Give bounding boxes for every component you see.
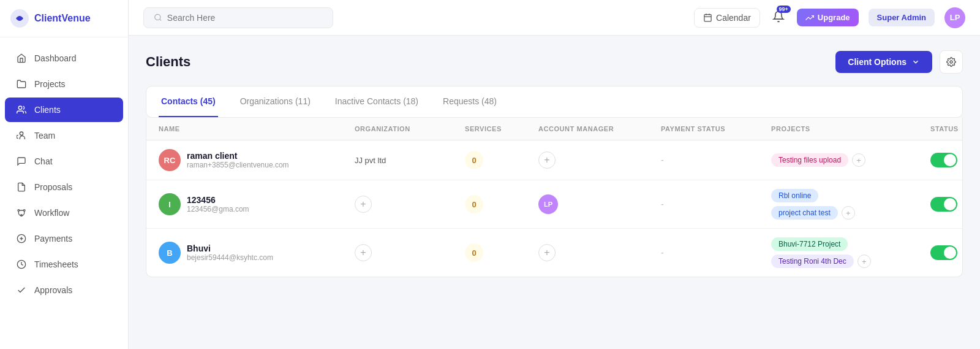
- sidebar-item-clients[interactable]: Clients: [5, 98, 123, 122]
- project-tag: Testing files upload: [771, 153, 848, 167]
- clock-icon: [16, 259, 27, 270]
- logo-text-accent: Venue: [61, 13, 90, 23]
- client-name: Bhuvi: [187, 244, 273, 253]
- status-toggle[interactable]: [930, 197, 957, 212]
- calendar-icon: [703, 13, 712, 22]
- status-toggle[interactable]: [930, 245, 957, 260]
- search-input[interactable]: [167, 13, 323, 23]
- page-title: Clients: [146, 54, 190, 70]
- super-admin-button[interactable]: Super Admin: [869, 9, 935, 26]
- services-cell: 0: [465, 151, 538, 169]
- services-count: 0: [465, 151, 483, 169]
- col-status: STATUS: [930, 125, 963, 132]
- main-area: Calendar 99+ Upgrade Super Admin LP Clie…: [129, 0, 980, 349]
- search-box[interactable]: [143, 7, 333, 28]
- team-icon: [16, 130, 27, 141]
- sidebar-item-label: Dashboard: [34, 53, 77, 63]
- table-row: RC raman client raman+3855@clientvenue.c…: [146, 140, 962, 180]
- sidebar: ClientVenue Dashboard Projects Clients: [0, 0, 129, 349]
- am-avatar: LP: [538, 194, 558, 214]
- services-count: 0: [465, 244, 483, 262]
- chat-icon: [16, 156, 27, 167]
- projects-cell: Rbl online project chat test +: [771, 189, 930, 220]
- tab-inactive-contacts[interactable]: Inactive Contacts (18): [333, 86, 421, 117]
- account-manager-cell: +: [538, 244, 661, 261]
- sidebar-item-timesheets[interactable]: Timesheets: [5, 252, 123, 277]
- upgrade-button[interactable]: Upgrade: [797, 9, 859, 26]
- add-project-button[interactable]: +: [842, 206, 855, 220]
- svg-point-4: [23, 210, 25, 212]
- avatar: I: [159, 193, 181, 215]
- notification-badge: 99+: [777, 6, 791, 13]
- payment-status-cell: -: [661, 199, 771, 209]
- col-am: ACCOUNT MANAGER: [538, 125, 661, 132]
- add-account-manager-button[interactable]: +: [538, 151, 556, 169]
- projects-cell: Testing files upload +: [771, 153, 930, 167]
- status-cell: [930, 153, 963, 167]
- calendar-button[interactable]: Calendar: [694, 8, 760, 28]
- project-tag: project chat test: [771, 206, 838, 220]
- sidebar-item-label: Proposals: [34, 182, 72, 192]
- client-info: RC raman client raman+3855@clientvenue.c…: [159, 149, 355, 171]
- sidebar-item-label: Workflow: [34, 208, 69, 218]
- status-toggle[interactable]: [930, 153, 957, 167]
- svg-point-16: [950, 61, 952, 63]
- sidebar-item-projects[interactable]: Projects: [5, 72, 123, 96]
- avatar-initials: LP: [950, 13, 960, 22]
- organization-cell: JJ pvt ltd: [355, 156, 465, 165]
- avatar[interactable]: LP: [944, 7, 965, 28]
- add-project-button[interactable]: +: [852, 153, 865, 167]
- tab-requests[interactable]: Requests (48): [440, 86, 499, 117]
- client-options-label: Client Options: [848, 57, 907, 67]
- client-name: raman client: [187, 151, 289, 161]
- svg-line-11: [160, 19, 162, 21]
- sidebar-item-team[interactable]: Team: [5, 123, 123, 148]
- project-tag: Testing Roni 4th Dec: [771, 255, 854, 268]
- tab-organizations[interactable]: Organizations (11): [238, 86, 313, 117]
- chevron-down-icon: [911, 58, 920, 66]
- super-admin-label: Super Admin: [877, 13, 926, 22]
- notification-button[interactable]: 99+: [770, 8, 787, 28]
- calendar-label: Calendar: [716, 13, 751, 23]
- table-row: I 123456 123456@gma.com + 0 LP: [146, 180, 962, 229]
- services-cell: 0: [465, 195, 538, 213]
- house-icon: [16, 53, 27, 64]
- client-name: 123456: [187, 195, 249, 205]
- page-header: Clients Client Options: [146, 50, 963, 74]
- project-tag: Rbl online: [771, 189, 818, 202]
- services-count: 0: [465, 195, 483, 213]
- svg-point-1: [18, 106, 21, 109]
- approvals-icon: [16, 285, 27, 296]
- gear-icon: [946, 57, 956, 67]
- sidebar-item-approvals[interactable]: Approvals: [5, 278, 123, 302]
- sidebar-item-payments[interactable]: Payments: [5, 226, 123, 251]
- upgrade-label: Upgrade: [818, 13, 850, 22]
- logo-icon: [10, 9, 29, 28]
- col-payment: PAYMENT STATUS: [661, 125, 771, 132]
- add-project-button[interactable]: +: [858, 255, 871, 268]
- organization-cell: +: [355, 244, 465, 261]
- col-services: SERVICES: [465, 125, 538, 132]
- sidebar-item-proposals[interactable]: Proposals: [5, 175, 123, 199]
- sidebar-item-dashboard[interactable]: Dashboard: [5, 46, 123, 71]
- svg-point-10: [155, 14, 160, 20]
- svg-point-3: [18, 210, 20, 212]
- add-account-manager-button[interactable]: +: [538, 244, 556, 261]
- sidebar-item-chat[interactable]: Chat: [5, 149, 123, 174]
- sidebar-item-label: Approvals: [34, 285, 72, 295]
- settings-button[interactable]: [940, 50, 963, 74]
- table-header: NAME ORGANIZATION SERVICES ACCOUNT MANAG…: [146, 118, 962, 140]
- topbar-right: Calendar 99+ Upgrade Super Admin LP: [694, 7, 965, 28]
- sidebar-item-workflow[interactable]: Workflow: [5, 201, 123, 225]
- upgrade-icon: [805, 13, 814, 22]
- status-cell: [930, 245, 963, 260]
- tab-contacts[interactable]: Contacts (45): [159, 86, 218, 117]
- tabs-bar: Contacts (45) Organizations (11) Inactiv…: [146, 86, 963, 118]
- add-organization-button[interactable]: +: [355, 196, 372, 213]
- services-cell: 0: [465, 244, 538, 262]
- project-tag: Bhuvi-7712 Project: [771, 237, 848, 251]
- client-options-button[interactable]: Client Options: [835, 51, 932, 73]
- add-organization-button[interactable]: +: [355, 244, 372, 261]
- topbar: Calendar 99+ Upgrade Super Admin LP: [129, 0, 980, 36]
- payments-icon: [16, 233, 27, 244]
